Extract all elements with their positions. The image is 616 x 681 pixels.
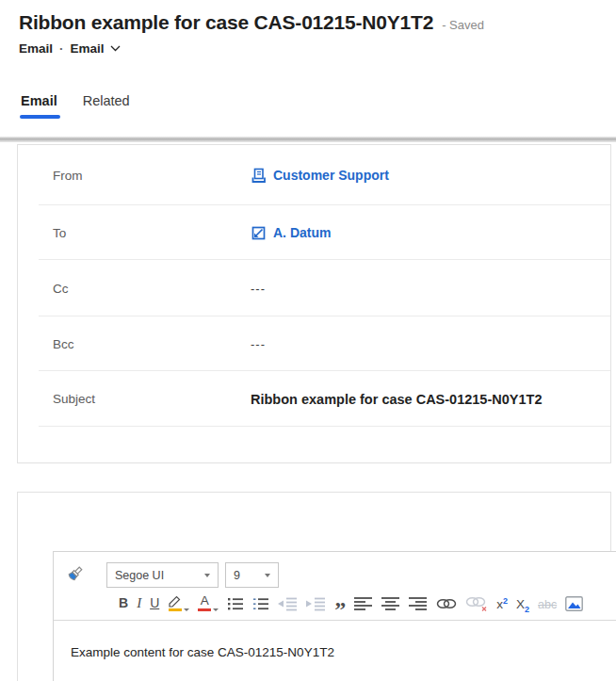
bullet-list-icon: [227, 596, 244, 611]
highlight-icon: [168, 594, 182, 608]
rich-text-editor: Segoe UI 9 B I U: [53, 551, 616, 681]
indent-icon: [306, 596, 326, 611]
form-selector[interactable]: Email: [71, 41, 121, 56]
caret-down-icon: [265, 574, 270, 577]
numbered-list-icon: [252, 596, 269, 611]
field-label: To: [53, 226, 251, 240]
indent-button[interactable]: [306, 592, 326, 611]
email-header-section: From Customer Support To: [17, 144, 611, 463]
queue-icon: [251, 168, 267, 184]
from-field: Customer Support: [251, 168, 389, 184]
field-row-subject: Subject Ribbon example for case CAS-0121…: [18, 371, 610, 427]
subject-field[interactable]: Ribbon example for case CAS-01215-N0Y1T2: [251, 392, 542, 407]
unlink-button[interactable]: [465, 592, 488, 611]
tab-related[interactable]: Related: [83, 93, 130, 117]
superscript-icon: x: [496, 597, 503, 611]
chevron-down-icon: [110, 45, 121, 52]
format-painter-icon[interactable]: [63, 564, 85, 586]
strikethrough-icon: abc: [538, 598, 557, 611]
tab-related-label: Related: [83, 93, 130, 108]
to-field: A. Datum: [251, 225, 331, 241]
italic-button[interactable]: I: [137, 592, 141, 611]
separator-dot: ·: [59, 41, 64, 56]
font-color-icon: A: [201, 594, 209, 608]
font-size-value: 9: [234, 569, 240, 582]
bcc-field[interactable]: ---: [251, 337, 266, 351]
bold-icon: B: [119, 594, 128, 611]
highlight-color-button[interactable]: [168, 592, 189, 611]
font-name-dropdown[interactable]: Segoe UI: [106, 562, 219, 588]
caret-down-icon: [184, 608, 189, 611]
field-label: Cc: [53, 282, 251, 296]
toolbar-row-1: Segoe UI 9: [63, 562, 279, 588]
align-right-icon: [409, 596, 428, 611]
superscript-button[interactable]: x 2: [496, 592, 508, 611]
insert-link-button[interactable]: [436, 592, 457, 611]
font-color-bar: [198, 608, 211, 611]
form-selector-label: Email: [71, 41, 105, 56]
header-subtitle: Email · Email: [19, 41, 121, 56]
field-label: Bcc: [53, 337, 251, 351]
insert-image-button[interactable]: [565, 592, 583, 611]
editor-toolbar: Segoe UI 9 B I U: [54, 552, 616, 621]
cc-field[interactable]: ---: [251, 282, 266, 296]
tab-bar: Email Related: [21, 93, 130, 117]
caret-down-icon: [213, 608, 219, 611]
subscript-number: 2: [525, 605, 529, 614]
font-color-button[interactable]: A: [198, 592, 219, 611]
from-party-name: Customer Support: [273, 168, 389, 183]
field-label: From: [53, 169, 251, 183]
blockquote-button[interactable]: ”: [334, 592, 346, 611]
to-party-link[interactable]: A. Datum: [251, 225, 331, 241]
highlight-color-bar: [169, 608, 182, 611]
outdent-icon: [278, 596, 298, 611]
field-row-from: From Customer Support: [18, 145, 610, 205]
outdent-button[interactable]: [278, 592, 298, 611]
page-title: Ribbon example for case CAS-01215-N0Y1T2…: [19, 11, 484, 34]
save-status: - Saved: [442, 18, 484, 32]
section-divider: [0, 137, 616, 142]
strikethrough-button[interactable]: abc: [538, 592, 557, 611]
blockquote-icon: ”: [334, 605, 346, 614]
bullet-list-button[interactable]: [227, 592, 244, 611]
field-label: Subject: [53, 392, 251, 406]
field-row-cc: Cc ---: [18, 260, 610, 316]
to-party-name: A. Datum: [273, 225, 331, 240]
field-row-to: To A. Datum: [18, 205, 610, 260]
underline-icon: U: [150, 594, 159, 611]
field-row-bcc: Bcc ---: [18, 316, 610, 371]
font-size-dropdown[interactable]: 9: [225, 562, 279, 588]
from-party-link[interactable]: Customer Support: [251, 168, 389, 184]
record-type-label: Email: [19, 41, 53, 56]
tab-email-label: Email: [21, 93, 57, 108]
record-title: Ribbon example for case CAS-01215-N0Y1T2: [19, 11, 433, 33]
email-body-section: Segoe UI 9 B I U: [17, 492, 611, 681]
align-left-button[interactable]: [354, 592, 373, 611]
subscript-icon: X: [516, 597, 525, 611]
align-center-icon: [381, 596, 400, 611]
subscript-button[interactable]: X 2: [516, 592, 529, 611]
caret-down-icon: [204, 574, 210, 577]
align-right-button[interactable]: [409, 592, 428, 611]
numbered-list-button[interactable]: [252, 592, 269, 611]
email-body-text: Example content for case CAS-01215-N0Y1T…: [71, 645, 334, 659]
unlink-icon: [465, 595, 488, 611]
link-icon: [436, 596, 457, 611]
align-left-icon: [354, 596, 373, 611]
superscript-exponent: 2: [503, 596, 508, 606]
row-divider: [39, 426, 610, 427]
underline-button[interactable]: U: [150, 592, 159, 611]
account-icon: [251, 225, 267, 241]
align-center-button[interactable]: [381, 592, 400, 611]
bold-button[interactable]: B: [119, 592, 128, 611]
insert-image-icon: [565, 596, 583, 611]
email-body-editable-area[interactable]: Example content for case CAS-01215-N0Y1T…: [54, 621, 616, 681]
active-tab-underline: [20, 115, 60, 119]
tab-email[interactable]: Email: [21, 93, 57, 117]
toolbar-row-2: B I U: [119, 592, 583, 611]
italic-icon: I: [137, 594, 141, 611]
font-name-value: Segoe UI: [115, 569, 164, 582]
